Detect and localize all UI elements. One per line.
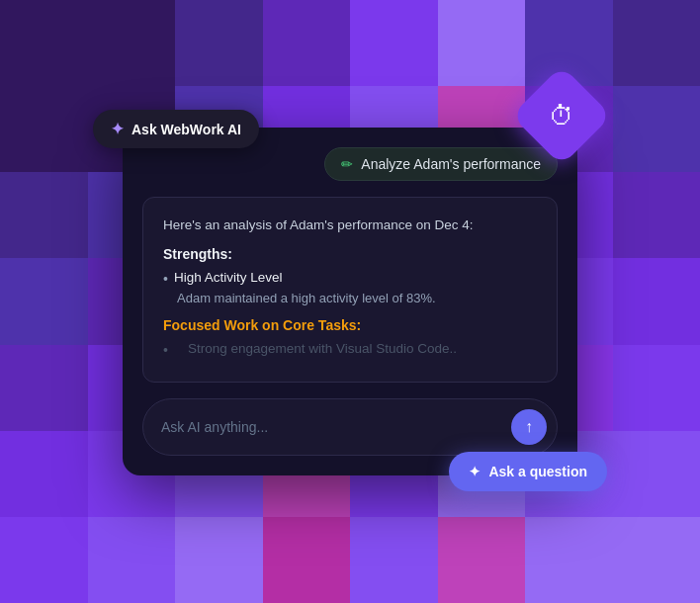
main-panel: ✏ Analyze Adam's performance Here's an a… [123,128,577,475]
ask-question-label: Ask a question [488,464,587,479]
bullet-title-1: High Activity Level [174,270,283,285]
bullet-dot-2: • [163,342,168,358]
response-box: Here's an analysis of Adam's performance… [142,197,558,383]
sparkle-icon: ✦ [111,120,124,138]
clock-icon: ⏱ [549,101,574,131]
analyze-tag[interactable]: ✏ Analyze Adam's performance [324,147,558,181]
bullet-item-1: • High Activity Level [163,270,537,287]
ask-badge-label: Ask WebWork AI [131,122,241,137]
strengths-title: Strengths: [163,246,537,262]
response-intro: Here's an analysis of Adam's performance… [163,217,537,232]
ask-question-button[interactable]: ✦ Ask a question [449,452,607,491]
analyze-tag-label: Analyze Adam's performance [361,156,541,172]
send-button[interactable]: ↑ [511,409,547,445]
sparkle-icon-2: ✦ [469,464,481,479]
ask-webwork-badge[interactable]: ✦ Ask WebWork AI [93,110,259,148]
input-row: ↑ [142,398,558,456]
bullet-item-2: • Strong engagement with Visual Studio C… [163,341,537,358]
scene: ✦ Ask WebWork AI ⏱ ✏ Analyze Adam's perf… [0,0,700,603]
bullet-faded-2: Strong engagement with Visual Studio Cod… [188,341,457,356]
ask-ai-input[interactable] [161,419,501,435]
panel-wrapper: ✦ Ask WebWork AI ⏱ ✏ Analyze Adam's perf… [123,128,577,475]
pencil-icon: ✏ [341,156,353,172]
bullet-desc-1: Adam maintained a high activity level of… [177,291,537,305]
bullet-dot-1: • [163,271,168,287]
section-title-2: Focused Work on Core Tasks: [163,317,537,333]
